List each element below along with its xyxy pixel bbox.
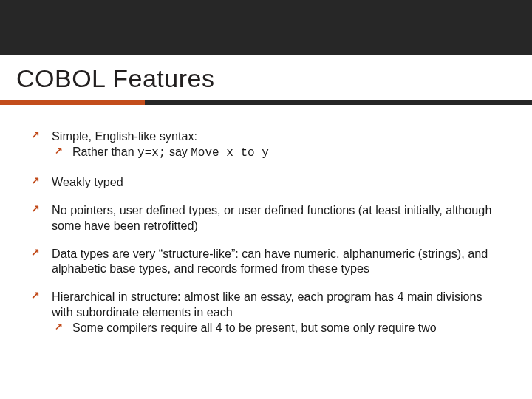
bullet-4: Data types are very “structure-like”: ca… <box>30 246 502 276</box>
accent-dark-segment <box>145 100 532 105</box>
slide-body: Simple, English-like syntax: Rather than… <box>0 105 532 364</box>
bullet-1-sub-1: Rather than y=x; say Move x to y <box>52 145 502 161</box>
bullet-1: Simple, English-like syntax: Rather than… <box>30 129 502 161</box>
bullet-2: Weakly typed <box>30 174 502 189</box>
bullet-1-sub-code2: Move x to y <box>191 146 269 160</box>
bullet-5: Hierarchical in structure: almost like a… <box>30 289 502 335</box>
bullet-1-sub-mid: say <box>166 146 191 158</box>
header-dark-bar <box>0 0 532 55</box>
accent-divider <box>0 100 532 105</box>
bullet-1-text: Simple, English-like syntax: <box>52 129 197 143</box>
bullet-5-text: Hierarchical in structure: almost like a… <box>52 290 482 318</box>
bullet-3: No pointers, user defined types, or user… <box>30 202 502 233</box>
bullet-5-sub-1: Some compilers require all 4 to be prese… <box>52 321 502 336</box>
accent-orange-segment <box>0 100 145 105</box>
bullet-1-sub-pre: Rather than <box>72 146 137 158</box>
bullet-1-sub-code1: y=x; <box>137 146 166 160</box>
slide-title: COBOL Features <box>0 55 532 100</box>
